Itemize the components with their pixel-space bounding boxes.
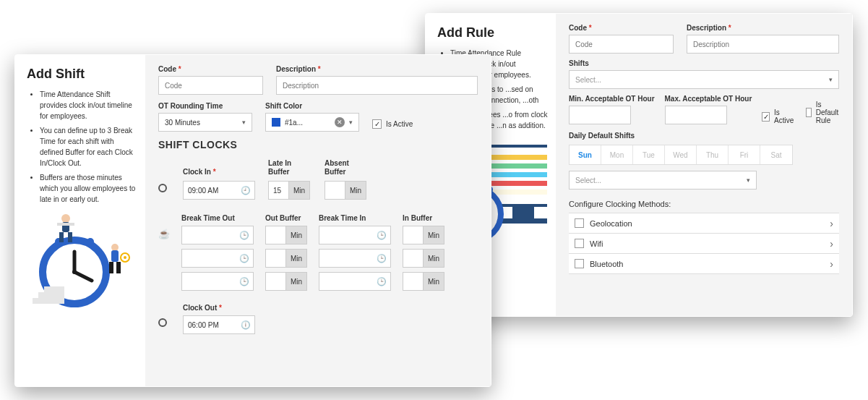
rule-title: Add Rule (437, 25, 549, 41)
rule-body: Code Description Shifts Select... ▾ Min.… (556, 14, 852, 316)
break-in-time-input[interactable] (319, 226, 391, 244)
break-out-time-input[interactable] (181, 249, 254, 268)
out-buffer-input[interactable]: Min (265, 249, 307, 268)
tab-wed[interactable]: Wed (665, 145, 697, 164)
tab-mon[interactable]: Mon (601, 145, 633, 164)
ot-rounding-label: OT Rounding Time (158, 102, 252, 111)
shift-illustration (22, 200, 138, 308)
shift-bullet-list: Time Attendance Shift provides clock in/… (27, 89, 138, 205)
svg-rect-31 (44, 286, 64, 292)
rule-is-default-checkbox[interactable]: Is Default Rule (806, 101, 843, 124)
shift-bullet: You can define up to 3 Break Time for ea… (40, 125, 138, 169)
rule-description-input[interactable] (687, 35, 839, 54)
clock-in-label: Clock In (183, 168, 255, 176)
tab-tue[interactable]: Tue (633, 145, 665, 164)
method-geolocation[interactable]: Geolocation › (569, 213, 839, 234)
break-out-time-input[interactable] (181, 226, 254, 244)
svg-rect-2 (491, 163, 547, 169)
max-ot-input[interactable] (665, 106, 727, 124)
svg-point-25 (111, 244, 119, 251)
out-buffer-input[interactable]: Min (265, 226, 307, 244)
clock-node-icon (158, 318, 167, 327)
configure-methods-title: Configure Clocking Methods: (569, 200, 839, 208)
shift-is-active-checkbox[interactable]: ✓ Is Active (372, 119, 413, 129)
svg-rect-28 (116, 262, 121, 273)
daily-default-shifts-label: Daily Default Shifts (569, 132, 839, 140)
absent-buffer-label: Absent Buffer (325, 159, 368, 176)
out-buffer-input[interactable]: Min (265, 272, 307, 291)
absent-buffer-input[interactable]: Min (325, 181, 368, 200)
chevron-right-icon: › (830, 258, 833, 270)
tab-sat[interactable]: Sat (760, 145, 792, 164)
shift-code-label: Code (158, 65, 263, 74)
in-buffer-input[interactable]: Min (403, 226, 444, 244)
late-in-buffer-input[interactable]: Min (268, 181, 311, 200)
svg-point-19 (87, 238, 94, 245)
shift-code-input[interactable] (158, 76, 263, 95)
rule-shifts-label: Shifts (569, 59, 839, 68)
break-row: ☕🕒Min🕒Min (158, 226, 478, 244)
svg-rect-22 (59, 232, 64, 242)
clear-color-icon[interactable]: ✕ (335, 117, 345, 127)
shift-bullet: Time Attendance Shift provides clock in/… (40, 89, 138, 122)
in-buffer-input[interactable]: Min (403, 249, 444, 268)
max-ot-label: Max. Acceptable OT Hour (665, 95, 752, 103)
shift-description-input[interactable] (276, 76, 478, 95)
svg-point-30 (124, 256, 126, 259)
rule-shifts-select[interactable]: Select... ▾ (569, 70, 839, 89)
shift-title: Add Shift (27, 67, 138, 82)
break-row: 🕒Min🕒Min (158, 272, 478, 291)
svg-rect-1 (491, 155, 547, 160)
clock-in-input[interactable] (183, 181, 255, 200)
tab-thu[interactable]: Thu (697, 145, 729, 164)
in-buffer-input[interactable]: Min (403, 272, 444, 291)
shift-description-label: Description (276, 65, 478, 74)
break-row: 🕒Min🕒Min (158, 249, 478, 268)
clock-node-icon (158, 184, 167, 192)
svg-rect-6 (512, 205, 534, 218)
svg-rect-23 (68, 232, 72, 242)
chevron-down-icon: ▾ (747, 176, 750, 184)
svg-rect-24 (57, 223, 74, 226)
rule-description-label: Description (687, 24, 839, 33)
method-wifi[interactable]: Wifi › (569, 234, 839, 254)
break-in-time-input[interactable] (319, 272, 391, 291)
min-ot-input[interactable] (569, 106, 631, 124)
day-tabs: Sun Mon Tue Wed Thu Fri Sat (569, 145, 793, 165)
day-shift-select[interactable]: Select... ▾ (569, 171, 757, 190)
tab-fri[interactable]: Fri (729, 145, 760, 164)
svg-rect-5 (491, 190, 547, 195)
chevron-down-icon: ▾ (829, 76, 833, 83)
svg-rect-33 (33, 298, 64, 304)
svg-rect-7 (498, 218, 547, 224)
rule-is-active-checkbox[interactable]: ✓ Is Active (762, 108, 795, 124)
rule-code-label: Code (569, 24, 674, 33)
clock-out-input[interactable] (183, 315, 255, 334)
chevron-right-icon: › (830, 218, 833, 229)
shift-color-picker[interactable]: #1a... ✕ ▾ (265, 113, 359, 132)
ot-rounding-select[interactable]: 30 Minutes ▾ (158, 113, 252, 132)
chevron-down-icon: ▾ (349, 119, 353, 126)
shift-clocks-heading: SHIFT CLOCKS (158, 139, 478, 150)
tab-sun[interactable]: Sun (570, 145, 601, 164)
svg-point-20 (61, 214, 70, 223)
coffee-icon: ☕ (158, 229, 170, 239)
break-out-time-input[interactable] (181, 272, 254, 291)
svg-rect-3 (491, 172, 547, 177)
checkbox-icon[interactable] (575, 218, 584, 228)
min-ot-label: Min. Acceptable OT Hour (569, 95, 655, 103)
svg-rect-4 (491, 181, 547, 186)
shift-color-label: Shift Color (265, 102, 359, 111)
method-bluetooth[interactable]: Bluetooth › (569, 254, 839, 274)
break-in-time-input[interactable] (319, 249, 391, 268)
checkbox-icon[interactable] (575, 239, 584, 248)
checkbox-icon[interactable] (575, 259, 584, 268)
rule-code-input[interactable] (569, 35, 674, 54)
chevron-right-icon: › (830, 238, 833, 250)
late-in-buffer-label: Late In Buffer (268, 159, 311, 176)
break-time-out-label: Break Time Out (181, 214, 254, 223)
svg-rect-32 (38, 292, 64, 298)
svg-rect-27 (109, 262, 113, 273)
svg-rect-26 (111, 250, 119, 262)
shift-sidebar: Add Shift Time Attendance Shift provides… (15, 55, 145, 386)
